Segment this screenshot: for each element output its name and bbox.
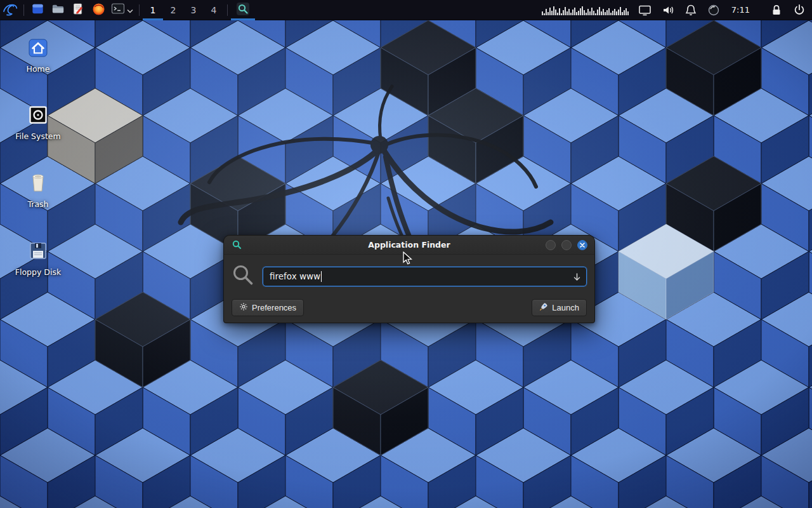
desktop-icon-label: Floppy Disk xyxy=(15,267,61,277)
desktop-icon-home[interactable]: Home xyxy=(11,37,65,74)
desktop-icon-floppy-disk[interactable]: Floppy Disk xyxy=(11,240,65,277)
titlebar[interactable]: Application Finder xyxy=(224,236,594,255)
desktop-icon-label: Trash xyxy=(27,199,48,209)
application-finder-window: Application Finder firefox www xyxy=(223,235,595,323)
launch-button[interactable]: Launch xyxy=(532,299,587,316)
panel-separator xyxy=(227,4,228,16)
firefox-icon xyxy=(92,3,105,18)
launcher-terminal-group[interactable] xyxy=(108,0,136,20)
lock-icon[interactable] xyxy=(769,3,784,18)
workspace-2[interactable]: 2 xyxy=(163,0,183,20)
search-input[interactable]: firefox www xyxy=(263,267,587,286)
text-caret xyxy=(321,271,322,282)
file-system-icon xyxy=(27,104,49,128)
launcher-text-editor[interactable] xyxy=(68,0,88,20)
top-panel: 1 2 3 4 xyxy=(0,0,812,20)
application-finder-task-icon xyxy=(236,2,250,18)
desktop-icon-trash[interactable]: Trash xyxy=(11,172,65,209)
workspace-1[interactable]: 1 xyxy=(143,0,163,20)
launcher-files-app[interactable] xyxy=(27,0,48,20)
desktop-icon-file-system[interactable]: File System xyxy=(11,104,65,141)
chevron-down-icon[interactable] xyxy=(127,4,133,16)
gear-icon xyxy=(239,302,248,313)
launcher-file-manager[interactable] xyxy=(48,0,68,20)
notifications-bell-icon[interactable] xyxy=(683,3,698,18)
blue-window-icon xyxy=(31,3,44,18)
terminal-icon xyxy=(111,2,125,18)
search-icon xyxy=(232,264,254,289)
home-icon xyxy=(27,37,49,61)
audio-visualizer xyxy=(541,1,630,20)
panel-separator xyxy=(23,4,24,16)
panel-separator xyxy=(139,4,140,16)
kali-menu-button[interactable] xyxy=(0,0,20,20)
trash-icon xyxy=(27,172,49,196)
workspace-4[interactable]: 4 xyxy=(204,0,224,20)
taskbar-application-finder[interactable] xyxy=(231,0,255,20)
desktop-icon-label: File System xyxy=(15,131,61,141)
kali-logo-icon xyxy=(2,1,18,19)
search-input-value: firefox www xyxy=(270,271,320,281)
clock[interactable]: 7:11 xyxy=(729,5,752,15)
update-status-icon[interactable] xyxy=(706,3,721,18)
maximize-button[interactable] xyxy=(561,240,572,250)
preferences-button-label: Preferences xyxy=(252,303,296,312)
workspace-3[interactable]: 3 xyxy=(183,0,204,20)
preferences-button[interactable]: Preferences xyxy=(232,299,304,316)
panel-left-group: 1 2 3 4 xyxy=(0,0,255,20)
power-icon[interactable] xyxy=(792,3,807,18)
minimize-button[interactable] xyxy=(546,240,556,250)
volume-icon[interactable] xyxy=(660,3,676,18)
display-icon[interactable] xyxy=(638,3,653,18)
finder-body: firefox www Preferences xyxy=(224,255,594,323)
launch-button-label: Launch xyxy=(552,303,579,312)
window-title: Application Finder xyxy=(224,240,594,250)
launcher-firefox[interactable] xyxy=(88,0,108,20)
floppy-disk-icon xyxy=(27,240,49,264)
panel-right-group: 7:11 xyxy=(541,0,812,20)
document-icon xyxy=(72,3,84,18)
desktop-icon-label: Home xyxy=(27,64,50,74)
window-controls xyxy=(546,240,587,250)
folder-icon xyxy=(51,3,65,18)
launch-icon xyxy=(539,302,548,313)
close-button[interactable] xyxy=(577,240,587,250)
dropdown-arrow-icon[interactable] xyxy=(573,272,581,284)
